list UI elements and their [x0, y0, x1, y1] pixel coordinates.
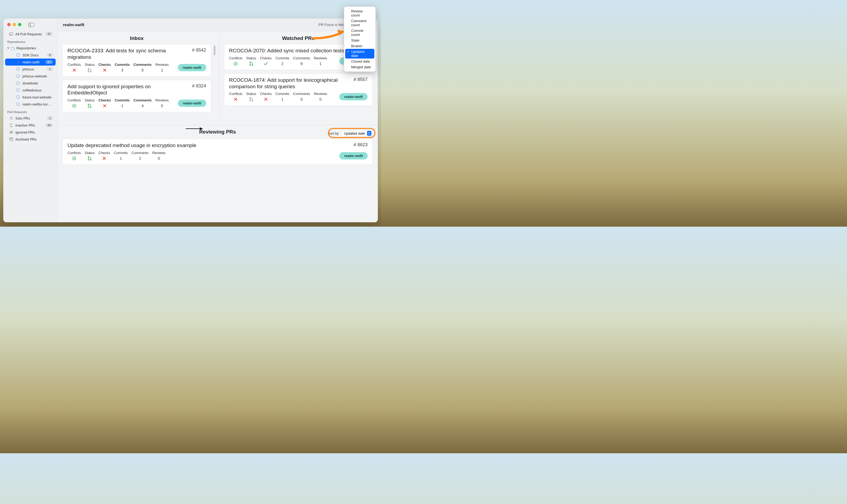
sidebar-repo-realm-swiftui-local-[interactable]: realm-swiftui-local-… [5, 101, 56, 108]
repo-pill[interactable]: realm-swift [178, 64, 206, 71]
stat-value: 4 [141, 103, 144, 108]
pr-title: RCOCOA-2333: Add tests for sync schema m… [68, 48, 187, 60]
sidebar-item-label: prfocus [22, 67, 47, 71]
sidebar-pr-archived-prs[interactable]: Archived PRs [5, 136, 56, 143]
sidebar-repo-sdk-docs[interactable]: SDK Docs8 [5, 52, 56, 58]
stat-status: Status [246, 56, 256, 66]
repo-icon [16, 89, 20, 92]
dropdown-item-updated-date[interactable]: Updated date [345, 49, 374, 58]
sidebar-repo-dcwebsite[interactable]: dcwebsite [5, 79, 56, 87]
stat-header: Conflicts [68, 98, 81, 102]
sort-dropdown-menu[interactable]: Review countComment countCommit countSta… [344, 6, 376, 72]
stat-value: 3 [121, 68, 123, 73]
pr-card[interactable]: RCOCOA-1874: Add support for lexicograph… [224, 73, 373, 106]
repo-icon [16, 74, 20, 78]
pr-number: # 8324 [192, 83, 206, 89]
stat-value: 0 [319, 97, 321, 102]
sidebar-repo-realm-swift[interactable]: realm-swift27 [5, 58, 56, 66]
svg-point-46 [90, 159, 91, 160]
stat-header: Commits [115, 62, 130, 67]
pr-card[interactable]: Update deprecated method usage in encryp… [63, 139, 373, 165]
sidebar-item-label: Archived PRs [15, 137, 53, 141]
sidebar-item-label: Ignored PRs [15, 130, 53, 134]
stat-reviews: Reviews1 [314, 56, 327, 66]
sidebar-pr-list: Solo PRs1Inactive PRs34Ignored PRsArchiv… [3, 115, 57, 143]
stat-comments: Comments2 [131, 151, 148, 161]
stat-header: Status [246, 92, 256, 96]
repo-icon [16, 95, 20, 99]
dropdown-item-merged-date[interactable]: Merged date [345, 64, 374, 70]
inbox-scroll[interactable]: RCOCOA-2333: Add tests for sync schema m… [57, 44, 216, 125]
sidebar-repo-prfocus-website[interactable]: prfocus-website [5, 73, 56, 79]
svg-rect-4 [10, 33, 13, 35]
stat-value [73, 68, 76, 73]
stat-commits: Commits1 [276, 92, 289, 102]
stat-header: Conflicts [229, 56, 243, 60]
sidebar-toggle-icon[interactable] [28, 22, 34, 27]
stat-conflicts: Conflicts [68, 151, 81, 161]
sidebar-item-count: 8 [47, 53, 53, 57]
stat-header: Comments [134, 62, 152, 67]
repo-icon [16, 103, 20, 106]
sidebar-all-pull-requests[interactable]: All Pull Requests 37 [5, 31, 56, 37]
dropdown-item-closed-date[interactable]: Closed date [345, 58, 374, 64]
sidebar-repo-future-toot-website[interactable]: future-toot-website [5, 94, 56, 101]
column-header-reviewing: Reviewing PRs [63, 129, 373, 135]
dropdown-item-state[interactable]: State [345, 37, 374, 43]
stat-value [103, 68, 106, 73]
sidebar-repo-prfocus[interactable]: prfocus1 [5, 66, 56, 73]
stat-value: 1 [281, 97, 283, 102]
sidebar-section-repositories: Repositories [3, 37, 57, 44]
dropdown-item-review-count[interactable]: Review count [345, 8, 374, 18]
svg-point-23 [90, 71, 91, 72]
repo-icon [16, 68, 20, 71]
stat-header: Commits [276, 92, 289, 96]
stat-header: Comments [134, 98, 152, 102]
window-controls [7, 23, 21, 26]
close-window-button[interactable] [7, 23, 11, 26]
sidebar-group-repositories[interactable]: Repositories [3, 44, 57, 52]
stat-value [103, 103, 106, 108]
dropdown-item-broken[interactable]: Broken [345, 43, 374, 49]
zoom-window-button[interactable] [18, 23, 21, 26]
repo-pill[interactable]: realm-swift [339, 93, 368, 101]
pr-stats: ConflictsStatusChecksCommits1Comments2Re… [68, 151, 165, 161]
svg-rect-1 [29, 23, 31, 27]
stat-value [88, 68, 91, 73]
repo-pill[interactable]: realm-swift [178, 100, 206, 107]
stat-header: Reviews [314, 92, 327, 96]
stat-comments: Comments4 [134, 98, 152, 108]
sidebar-pr-inactive-prs[interactable]: Inactive PRs34 [5, 122, 56, 129]
sidebar-pr-ignored-prs[interactable]: Ignored PRs [5, 129, 56, 136]
reviewing-scroll[interactable]: Update deprecated method usage in encryp… [63, 139, 373, 165]
sidebar-item-label: Solo PRs [15, 116, 47, 120]
scrollbar-thumb[interactable] [214, 46, 215, 55]
stat-value: 2 [139, 156, 141, 161]
sort-select[interactable]: Updated date [341, 130, 373, 137]
stat-value [72, 156, 76, 161]
stat-value [264, 61, 268, 66]
sidebar-pr-solo-prs[interactable]: Solo PRs1 [5, 115, 56, 122]
repo-pill[interactable]: realm-swift [339, 152, 368, 160]
dropdown-item-commit-count[interactable]: Commit count [345, 28, 374, 37]
pr-stats: ConflictsStatusChecksCommits2Comments6Re… [229, 56, 327, 66]
stat-status: Status [246, 92, 256, 102]
stat-commits: Commits2 [276, 56, 289, 66]
sidebar-repo-coffeelicious[interactable]: coffeelicious [5, 87, 56, 94]
stat-checks: Checks [99, 62, 111, 73]
svg-rect-17 [10, 139, 13, 141]
stat-header: Reviews [152, 151, 165, 155]
dropdown-item-comment-count[interactable]: Comment count [345, 18, 374, 28]
stat-header: Reviews [156, 98, 169, 102]
stat-header: Checks [260, 56, 271, 60]
stat-checks: Checks [99, 98, 111, 108]
stat-value [234, 61, 237, 66]
svg-point-35 [252, 65, 253, 66]
toolbar: realm-swift PR Focus is fetching updates… [57, 19, 377, 31]
column-header-inbox: Inbox [57, 34, 216, 44]
stat-header: Comments [131, 151, 148, 155]
pr-card[interactable]: RCOCOA-2333: Add tests for sync schema m… [63, 44, 211, 77]
minimize-window-button[interactable] [13, 23, 16, 26]
chevron-down-icon [7, 47, 11, 49]
pr-card[interactable]: Add support to ignored properties on Emb… [63, 80, 211, 112]
